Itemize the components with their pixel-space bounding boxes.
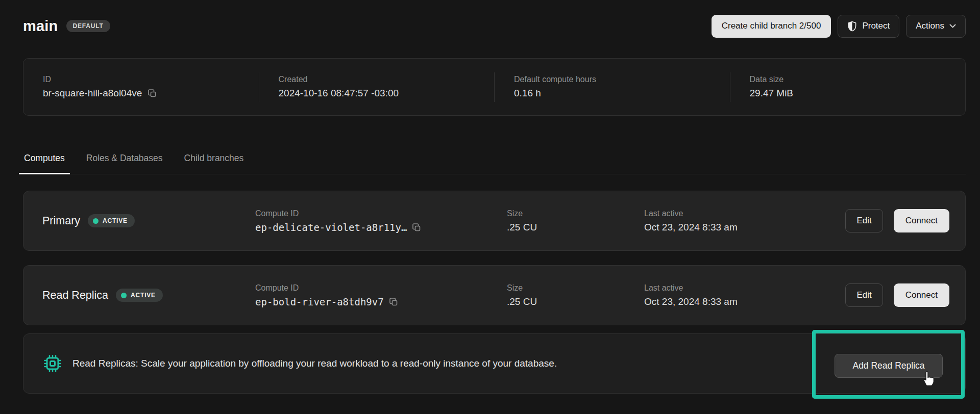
- size-label: Size: [507, 209, 644, 218]
- compute-hours-value: 0.16 h: [514, 88, 730, 99]
- divider: [259, 72, 259, 102]
- branch-id-value: br-square-hill-a8ol04ve: [43, 88, 142, 99]
- info-field-created: Created 2024-10-16 08:47:57 -03:00: [279, 75, 495, 99]
- compute-row-read-replica: Read Replica ACTIVE Compute ID ep-bold-r…: [23, 265, 966, 325]
- compute-row-primary: Primary ACTIVE Compute ID ep-delicate-vi…: [23, 191, 966, 251]
- last-active-label: Last active: [644, 283, 845, 293]
- status-dot-icon: [121, 293, 127, 298]
- branch-page: main DEFAULT Create child branch 2/500 P…: [0, 14, 980, 394]
- size-label: Size: [507, 283, 644, 293]
- field-label: Created: [279, 75, 495, 84]
- info-field-compute-hours: Default compute hours 0.16 h: [514, 75, 730, 99]
- edit-button[interactable]: Edit: [845, 209, 883, 232]
- compute-id-value: ep-delicate-violet-a8r11y…: [255, 222, 407, 233]
- copy-icon[interactable]: [411, 222, 422, 232]
- read-replicas-banner: Read Replicas: Scale your application by…: [23, 333, 966, 394]
- compute-name: Primary: [42, 215, 80, 227]
- status-label: ACTIVE: [103, 217, 128, 224]
- branch-info-card: ID br-square-hill-a8ol04ve Created 2024-…: [23, 58, 966, 116]
- divider: [494, 72, 495, 102]
- info-field-data-size: Data size 29.47 MiB: [750, 75, 966, 99]
- tab-computes[interactable]: Computes: [23, 153, 66, 174]
- cpu-chip-icon: [42, 353, 63, 374]
- size-value: .25 CU: [507, 296, 644, 307]
- last-active-label: Last active: [644, 209, 845, 218]
- chevron-down-icon: [949, 24, 956, 29]
- tab-roles-databases[interactable]: Roles & Databases: [85, 153, 164, 174]
- copy-icon[interactable]: [388, 297, 399, 307]
- protect-button[interactable]: Protect: [838, 15, 899, 38]
- tutorial-highlight-box: Add Read Replica: [812, 330, 965, 399]
- banner-text: Read Replicas: Scale your application by…: [72, 358, 557, 369]
- field-label: Default compute hours: [514, 75, 730, 84]
- divider: [730, 72, 730, 102]
- field-label: Data size: [750, 75, 966, 84]
- actions-button-label: Actions: [916, 21, 944, 31]
- connect-button[interactable]: Connect: [894, 209, 949, 232]
- default-badge: DEFAULT: [66, 20, 110, 32]
- size-value: .25 CU: [507, 222, 644, 233]
- create-child-branch-button[interactable]: Create child branch 2/500: [712, 15, 831, 38]
- data-size-value: 29.47 MiB: [750, 88, 966, 99]
- compute-id-label: Compute ID: [255, 283, 507, 293]
- status-badge: ACTIVE: [116, 289, 163, 302]
- shield-icon: [847, 21, 857, 32]
- compute-name: Read Replica: [42, 289, 108, 302]
- last-active-value: Oct 23, 2024 8:33 am: [644, 222, 845, 233]
- field-label: ID: [43, 75, 259, 84]
- connect-button[interactable]: Connect: [894, 283, 949, 307]
- protect-button-label: Protect: [862, 21, 890, 31]
- edit-button[interactable]: Edit: [845, 283, 883, 307]
- page-title: main: [23, 18, 58, 35]
- info-field-id: ID br-square-hill-a8ol04ve: [43, 75, 259, 99]
- tab-child-branches[interactable]: Child branches: [183, 153, 245, 174]
- status-badge: ACTIVE: [88, 214, 135, 227]
- copy-icon[interactable]: [147, 88, 157, 98]
- tab-bar: Computes Roles & Databases Child branche…: [23, 153, 966, 174]
- status-label: ACTIVE: [131, 292, 156, 299]
- compute-id-value: ep-bold-river-a8tdh9v7: [255, 296, 384, 307]
- compute-id-label: Compute ID: [255, 209, 507, 218]
- page-header: main DEFAULT Create child branch 2/500 P…: [23, 14, 966, 38]
- status-dot-icon: [93, 218, 99, 224]
- last-active-value: Oct 23, 2024 8:33 am: [644, 296, 845, 307]
- actions-button[interactable]: Actions: [906, 15, 966, 38]
- add-read-replica-button[interactable]: Add Read Replica: [835, 354, 943, 378]
- created-value: 2024-10-16 08:47:57 -03:00: [279, 88, 495, 99]
